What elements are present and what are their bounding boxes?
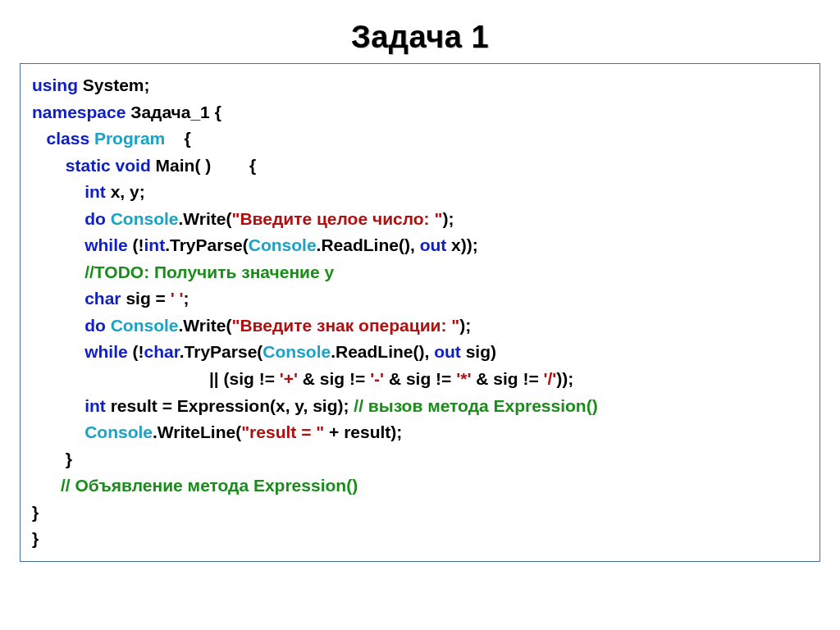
keyword: out: [434, 342, 461, 361]
code-text: {: [165, 129, 191, 148]
code-text: + result);: [324, 422, 402, 441]
indent: [32, 209, 84, 228]
comment: // вызов метода Expression(): [354, 396, 597, 415]
indent: [32, 369, 209, 388]
code-line: char sig = ' ';: [32, 285, 808, 313]
indent: [32, 342, 84, 361]
code-text: );: [442, 209, 454, 228]
indent: [32, 129, 47, 148]
code-text: x, y;: [106, 182, 145, 201]
indent: [32, 316, 84, 335]
code-text: ));: [556, 369, 573, 388]
code-block: using System; namespace Задача_1 { class…: [20, 63, 820, 562]
type-name: Console: [262, 342, 331, 361]
code-line: || (sig != '+' & sig != '-' & sig != '*'…: [32, 366, 808, 393]
code-line: using System;: [32, 72, 808, 99]
code-text: .Write(: [179, 209, 232, 228]
code-line: namespace Задача_1 {: [32, 99, 808, 126]
string-literal: "Введите целое число: ": [231, 209, 442, 228]
code-text: Main( ) {: [151, 156, 256, 175]
code-line: do Console.Write("Введите целое число: "…: [32, 206, 808, 233]
indent: [32, 182, 84, 201]
type-name: Program: [94, 129, 165, 148]
code-text: (!: [128, 342, 144, 361]
keyword: out: [420, 235, 447, 254]
keyword: static: [66, 156, 111, 175]
indent: [32, 289, 84, 308]
string-literal: "Введите знак операции: ": [231, 316, 459, 335]
keyword: class: [47, 129, 90, 148]
indent: [32, 262, 84, 281]
code-line: }: [32, 526, 808, 553]
type-name: Console: [249, 235, 317, 254]
code-text: );: [459, 316, 476, 335]
code-text: }: [66, 450, 72, 468]
code-text: .WriteLine(: [153, 422, 241, 441]
keyword: while: [84, 235, 128, 254]
code-text: (!: [128, 235, 144, 254]
code-text: System;: [78, 75, 150, 94]
code-text: & sig !=: [298, 369, 370, 388]
comment: // Объявление метода Expression(): [61, 476, 358, 495]
code-line: }: [32, 446, 808, 473]
slide: Задача 1 using System; namespace Задача_…: [0, 0, 840, 630]
code-text: & sig !=: [384, 369, 456, 388]
indent: [32, 476, 61, 495]
string-literal: '/': [544, 369, 557, 388]
code-line: }: [32, 500, 808, 527]
indent: [32, 156, 66, 175]
keyword: using: [32, 75, 78, 94]
string-literal: '+': [280, 369, 298, 388]
string-literal: ' ': [171, 289, 184, 308]
code-line: while (!char.TryParse(Console.ReadLine()…: [32, 339, 808, 366]
indent: [32, 422, 84, 441]
code-line: //TODO: Получить значение y: [32, 259, 808, 286]
keyword: void: [116, 156, 151, 175]
code-text: }: [32, 503, 39, 522]
code-line: class Program {: [32, 126, 808, 153]
code-line: do Console.Write("Введите знак операции:…: [32, 313, 808, 340]
code-line: while (!int.TryParse(Console.ReadLine(),…: [32, 232, 808, 259]
keyword: do: [84, 209, 106, 228]
keyword: char: [84, 289, 121, 308]
code-text: sig): [461, 342, 501, 361]
code-text: .ReadLine(),: [331, 342, 434, 361]
keyword: while: [84, 342, 128, 361]
keyword: char: [144, 342, 180, 361]
code-text: & sig !=: [471, 369, 543, 388]
code-line: static void Main( ) {: [32, 153, 808, 180]
indent: [32, 235, 84, 254]
code-text: .Write(: [179, 316, 232, 335]
code-line: // Объявление метода Expression(): [32, 472, 808, 500]
code-text: result = Expression(x, y, sig);: [106, 396, 354, 415]
code-text: x));: [446, 235, 478, 254]
code-text: || (sig !=: [209, 369, 280, 388]
code-line: int x, y;: [32, 179, 808, 206]
code-text: Задача_1 {: [126, 103, 221, 121]
code-line: Console.WriteLine("result = " + result);: [32, 419, 808, 446]
code-text: ;: [183, 289, 189, 308]
keyword: namespace: [32, 103, 126, 121]
keyword: do: [84, 316, 106, 335]
code-text: .ReadLine(),: [317, 235, 420, 254]
type-name: Console: [111, 209, 179, 228]
keyword: int: [144, 235, 166, 254]
code-line: int result = Expression(x, y, sig); // в…: [32, 393, 808, 420]
code-text: }: [32, 529, 39, 548]
keyword: int: [84, 182, 106, 201]
code-text: sig =: [121, 289, 171, 308]
type-name: Console: [111, 316, 179, 335]
code-text: .TryParse(: [180, 342, 263, 361]
string-literal: '*': [456, 369, 471, 388]
comment: //TODO: Получить значение y: [84, 262, 334, 281]
keyword: int: [84, 396, 106, 415]
string-literal: '-': [370, 369, 384, 388]
string-literal: "result = ": [241, 422, 324, 441]
type-name: Console: [84, 422, 153, 441]
indent: [32, 396, 84, 415]
code-text: .TryParse(: [165, 235, 249, 254]
indent: [32, 450, 66, 468]
page-title: Задача 1: [20, 20, 820, 55]
